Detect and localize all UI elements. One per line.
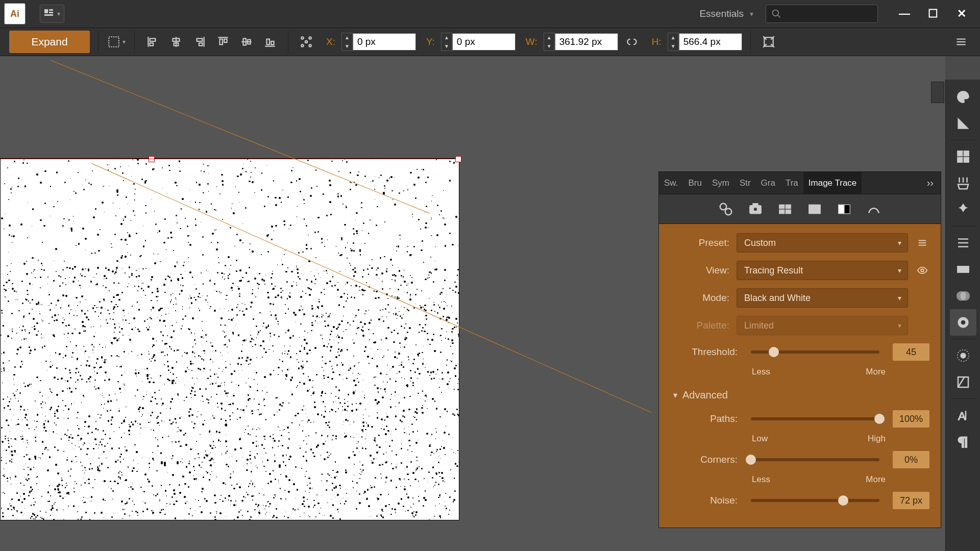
noise-label: Noise: bbox=[670, 495, 738, 506]
vertical-scrollbar[interactable] bbox=[931, 82, 944, 103]
x-input[interactable] bbox=[353, 33, 416, 51]
align-to-button[interactable] bbox=[107, 32, 126, 52]
view-label: View: bbox=[670, 265, 729, 276]
align-left-icon[interactable] bbox=[143, 32, 162, 52]
corners-slider[interactable] bbox=[751, 458, 879, 461]
link-wh-icon[interactable] bbox=[622, 32, 642, 52]
h-input[interactable] bbox=[679, 33, 742, 51]
paths-slider[interactable] bbox=[751, 417, 879, 420]
noise-value[interactable]: 72 px bbox=[893, 492, 929, 509]
svg-rect-60 bbox=[779, 205, 785, 209]
mode-select[interactable]: Black and White bbox=[737, 288, 908, 308]
gradient-icon[interactable] bbox=[950, 256, 976, 283]
stroke-icon[interactable] bbox=[950, 230, 976, 256]
align-hcenter-icon[interactable] bbox=[166, 32, 186, 52]
color-guide-icon[interactable] bbox=[950, 110, 976, 137]
paths-value[interactable]: 100% bbox=[893, 410, 929, 428]
palette-label: Palette: bbox=[670, 320, 729, 331]
image-trace-icon[interactable] bbox=[950, 309, 976, 336]
threshold-value[interactable]: 45 bbox=[893, 343, 929, 361]
y-label: Y: bbox=[426, 36, 435, 47]
svg-rect-8 bbox=[150, 39, 156, 41]
tab-stroke[interactable]: Str bbox=[734, 172, 756, 194]
svg-rect-3 bbox=[44, 14, 53, 16]
toolbar-options-icon[interactable] bbox=[951, 32, 971, 52]
svg-text:A: A bbox=[958, 410, 966, 422]
noise-slider[interactable] bbox=[751, 499, 879, 502]
tab-symbols[interactable]: Sym bbox=[707, 172, 734, 194]
arrange-documents-button[interactable] bbox=[40, 5, 64, 23]
svg-point-4 bbox=[773, 10, 779, 16]
svg-rect-23 bbox=[267, 39, 270, 45]
minimize-button[interactable]: — bbox=[890, 4, 919, 24]
transparency-icon[interactable] bbox=[950, 283, 976, 309]
preset-gray-icon[interactable] bbox=[806, 202, 823, 217]
preset-bw-icon[interactable] bbox=[836, 202, 853, 217]
paths-label: Paths: bbox=[670, 413, 738, 424]
tab-image-trace[interactable]: Image Trace bbox=[803, 172, 862, 194]
svg-rect-41 bbox=[964, 157, 969, 162]
workspace-switcher[interactable]: Essentials ▾ bbox=[699, 8, 753, 19]
svg-point-27 bbox=[301, 44, 303, 46]
preset-menu-icon[interactable] bbox=[915, 236, 929, 250]
svg-rect-9 bbox=[150, 43, 154, 45]
tab-brushes[interactable]: Bru bbox=[683, 172, 706, 194]
transform-icon[interactable] bbox=[297, 32, 316, 52]
align-vcenter-icon[interactable] bbox=[237, 32, 256, 52]
svg-point-26 bbox=[309, 37, 311, 39]
tabs-overflow-icon[interactable]: ›› bbox=[920, 172, 941, 194]
w-stepper[interactable]: ▲▼ bbox=[544, 33, 618, 51]
x-stepper[interactable]: ▲▼ bbox=[341, 33, 416, 51]
expand-button[interactable]: Expand bbox=[9, 31, 90, 53]
svg-rect-24 bbox=[271, 41, 274, 45]
close-button[interactable]: ✕ bbox=[947, 4, 976, 24]
align-bottom-icon[interactable] bbox=[260, 32, 280, 52]
preset-auto-icon[interactable] bbox=[717, 202, 734, 217]
preset-outline-icon[interactable] bbox=[865, 202, 883, 217]
tab-gradient[interactable]: Gra bbox=[756, 172, 780, 194]
color-panel-icon[interactable] bbox=[950, 84, 976, 110]
preset-lowcolor-icon[interactable] bbox=[776, 202, 794, 217]
paragraph-icon[interactable] bbox=[950, 429, 976, 455]
y-input[interactable] bbox=[452, 33, 516, 51]
align-right-icon[interactable] bbox=[190, 32, 209, 52]
svg-point-49 bbox=[961, 320, 966, 325]
advanced-toggle[interactable]: Advanced bbox=[673, 389, 929, 401]
threshold-slider[interactable] bbox=[751, 350, 879, 354]
grid-icon bbox=[44, 9, 54, 19]
svg-rect-1 bbox=[49, 9, 53, 11]
right-dock: A bbox=[945, 80, 980, 551]
character-icon[interactable]: A bbox=[950, 402, 976, 429]
w-input[interactable] bbox=[555, 33, 618, 51]
h-label: H: bbox=[652, 36, 662, 47]
eye-icon[interactable] bbox=[915, 263, 929, 278]
tab-transparency[interactable]: Tra bbox=[780, 172, 803, 194]
search-input[interactable] bbox=[766, 5, 878, 23]
maximize-button[interactable]: ☐ bbox=[919, 4, 947, 24]
svg-rect-62 bbox=[779, 210, 785, 214]
align-top-icon[interactable] bbox=[213, 32, 233, 52]
svg-rect-6 bbox=[109, 37, 119, 47]
svg-point-56 bbox=[725, 208, 732, 215]
corners-value[interactable]: 0% bbox=[893, 451, 929, 468]
symbols-icon[interactable] bbox=[950, 196, 976, 223]
graphic-styles-icon[interactable] bbox=[950, 369, 976, 395]
appearance-icon[interactable] bbox=[950, 342, 976, 369]
swatches-icon[interactable] bbox=[950, 143, 976, 170]
svg-rect-40 bbox=[957, 157, 962, 162]
y-stepper[interactable]: ▲▼ bbox=[441, 33, 516, 51]
isolate-icon[interactable] bbox=[759, 32, 778, 52]
brushes-icon[interactable] bbox=[950, 170, 976, 196]
artboard[interactable] bbox=[0, 158, 459, 520]
view-select[interactable]: Tracing Result bbox=[737, 261, 908, 280]
h-stepper[interactable]: ▲▼ bbox=[668, 33, 742, 51]
preset-photo-icon[interactable] bbox=[747, 202, 764, 217]
svg-point-29 bbox=[305, 41, 307, 43]
x-label: X: bbox=[326, 36, 335, 47]
svg-rect-2 bbox=[49, 12, 53, 13]
svg-point-58 bbox=[753, 207, 757, 211]
tab-swatches[interactable]: Sw. bbox=[659, 172, 683, 194]
svg-rect-38 bbox=[957, 151, 962, 156]
svg-rect-17 bbox=[220, 39, 223, 45]
preset-select[interactable]: Custom bbox=[737, 233, 908, 253]
